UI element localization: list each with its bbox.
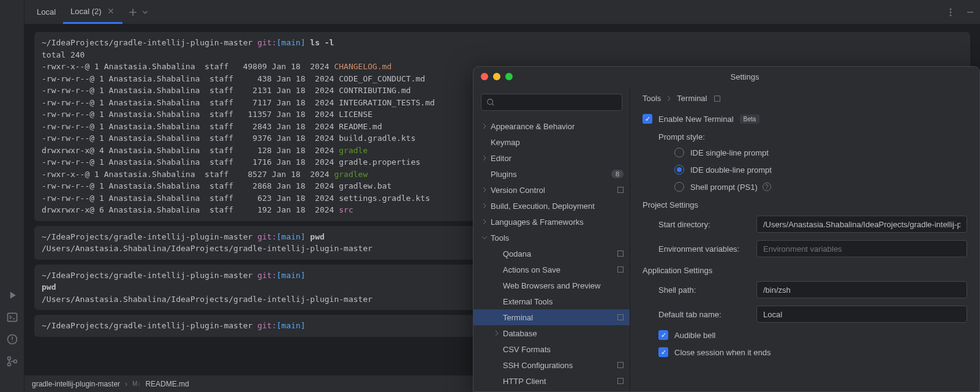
tree-csv[interactable]: CSV Formats (473, 341, 630, 357)
shell-path-label: Shell path: (658, 285, 756, 295)
search-icon (486, 98, 495, 107)
start-dir-input[interactable] (756, 216, 967, 233)
beta-badge: Beta (740, 115, 760, 124)
radio-shell[interactable] (674, 182, 684, 192)
plugins-badge: 8 (611, 170, 624, 178)
svg-point-8 (488, 99, 493, 105)
tree-appearance[interactable]: Appearance & Behavior (473, 118, 630, 134)
svg-point-6 (950, 11, 952, 13)
tree-plugins[interactable]: Plugins8 (473, 166, 630, 182)
close-session-row[interactable]: Close session when it ends (658, 347, 967, 357)
tree-http[interactable]: HTTP Client (473, 373, 630, 389)
chevron-right-icon: › (125, 380, 127, 388)
close-session-checkbox[interactable] (658, 347, 668, 357)
crumb-parent[interactable]: Tools (643, 94, 661, 103)
tree-external-tools[interactable]: External Tools (473, 293, 630, 309)
tree-build[interactable]: Build, Execution, Deployment (473, 198, 630, 214)
tree-version-control[interactable]: Version Control (473, 182, 630, 198)
tree-database[interactable]: Database (473, 325, 630, 341)
settings-sidebar: Appearance & Behavior Keymap Editor Plug… (473, 86, 630, 391)
window-minimize-icon[interactable] (493, 73, 500, 80)
radio-single-row[interactable]: IDE single-line prompt (674, 148, 967, 157)
dialog-titlebar[interactable]: Settings (473, 67, 979, 86)
chevron-right-icon (481, 123, 488, 130)
tree-qodana[interactable]: Qodana (473, 246, 630, 262)
svg-point-5 (950, 8, 952, 10)
settings-search[interactable] (481, 94, 622, 111)
more-icon[interactable] (946, 7, 956, 17)
project-name[interactable]: gradle-intellij-plugin-master (32, 380, 120, 388)
app-settings-heading: Application Settings (643, 266, 967, 275)
tree-languages[interactable]: Languages & Frameworks (473, 214, 630, 230)
terminal-tab-local2[interactable]: Local (2) (63, 0, 123, 24)
start-dir-label: Start directory: (658, 220, 756, 229)
radio-shell-row[interactable]: Shell prompt (PS1)? (674, 182, 967, 192)
terminal-tab-bar: Local Local (2) (24, 0, 980, 24)
tree-web-browsers[interactable]: Web Browsers and Preview (473, 277, 630, 293)
window-close-icon[interactable] (481, 73, 488, 80)
project-scope-icon (617, 187, 624, 193)
chevron-right-icon (481, 202, 488, 209)
radio-double[interactable] (674, 165, 684, 175)
prompt-style-label: Prompt style: (658, 132, 967, 141)
enable-checkbox[interactable] (643, 114, 652, 124)
radio-double-row[interactable]: IDE double-line prompt (674, 165, 967, 175)
project-scope-icon (617, 378, 624, 384)
problems-icon[interactable] (6, 333, 18, 345)
tree-ssh[interactable]: SSH Configurations (473, 357, 630, 373)
default-tab-label: Default tab name: (658, 310, 756, 319)
markdown-badge: M↓ (132, 380, 140, 387)
add-tab-icon[interactable] (127, 7, 138, 18)
svg-point-3 (7, 363, 10, 366)
window-maximize-icon[interactable] (505, 73, 513, 80)
project-scope-icon (714, 96, 720, 102)
close-icon[interactable] (107, 7, 115, 15)
chevron-right-icon (666, 96, 672, 102)
settings-dialog: Settings Appearance & Behavior Keymap Ed… (473, 66, 980, 392)
search-input[interactable] (499, 98, 617, 107)
help-icon[interactable]: ? (763, 183, 771, 191)
settings-tree: Appearance & Behavior Keymap Editor Plug… (473, 118, 630, 391)
chevron-right-icon (493, 330, 500, 337)
project-scope-icon (617, 362, 624, 368)
audible-checkbox[interactable] (658, 330, 668, 340)
run-icon[interactable] (6, 289, 18, 301)
project-scope-icon (617, 314, 624, 320)
file-name[interactable]: README.md (145, 380, 189, 388)
env-vars-label: Environment variables: (658, 244, 756, 254)
tree-keymap[interactable]: Keymap (473, 134, 630, 150)
tree-tools[interactable]: Tools (473, 230, 630, 246)
terminal-tab-local[interactable]: Local (29, 0, 63, 24)
tab-label: Local (2) (70, 7, 102, 16)
tree-terminal[interactable]: Terminal (473, 309, 630, 325)
project-scope-icon (617, 251, 624, 257)
left-tool-rail (0, 0, 24, 392)
project-scope-icon (617, 266, 624, 273)
project-settings-heading: Project Settings (643, 200, 967, 209)
chevron-right-icon (481, 154, 488, 162)
terminal-icon[interactable] (6, 311, 18, 323)
chevron-right-icon (481, 186, 488, 194)
enable-new-terminal-row[interactable]: Enable New Terminal Beta (643, 114, 967, 124)
settings-content: Tools Terminal Enable New Terminal Beta … (630, 86, 979, 391)
radio-single[interactable] (674, 148, 684, 157)
tab-label: Local (37, 7, 56, 17)
chevron-down-icon (481, 234, 488, 241)
minimize-icon[interactable] (965, 7, 975, 17)
tree-actions-save[interactable]: Actions on Save (473, 262, 630, 277)
svg-point-2 (7, 357, 10, 360)
chevron-right-icon (481, 218, 488, 225)
chevron-down-icon[interactable] (141, 8, 149, 17)
default-tab-input[interactable] (756, 306, 967, 323)
crumb-current: Terminal (677, 94, 707, 103)
svg-rect-0 (7, 313, 17, 321)
breadcrumb: Tools Terminal (643, 94, 967, 103)
git-icon[interactable] (6, 355, 18, 368)
tree-editor[interactable]: Editor (473, 150, 630, 166)
svg-point-4 (13, 360, 17, 363)
audible-row[interactable]: Audible bell (658, 330, 967, 340)
env-vars-input[interactable] (756, 240, 967, 257)
dialog-title: Settings (518, 72, 972, 81)
shell-path-input[interactable] (756, 281, 967, 298)
svg-point-7 (950, 14, 952, 16)
